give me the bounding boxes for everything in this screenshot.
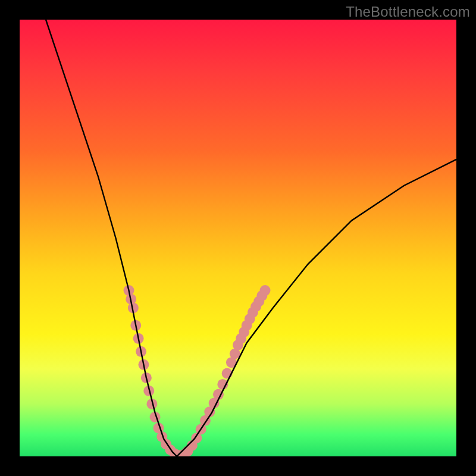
chart-frame: TheBottleneck.com — [0, 0, 476, 476]
plot-area — [20, 20, 456, 456]
bottleneck-curve — [46, 20, 456, 456]
pink-dot — [260, 285, 271, 296]
curve-layer — [20, 20, 456, 456]
watermark-text: TheBottleneck.com — [346, 4, 470, 20]
